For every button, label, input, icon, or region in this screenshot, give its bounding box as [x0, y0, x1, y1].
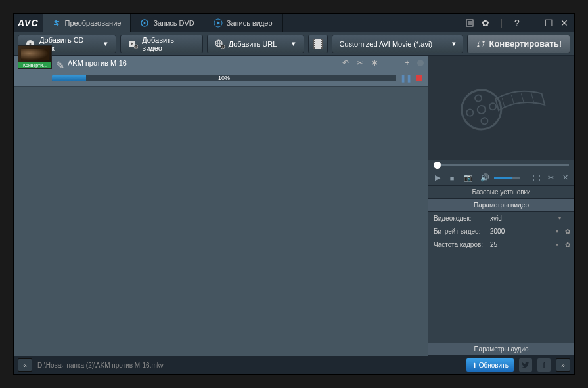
chevron-down-icon: ▾ — [452, 39, 456, 48]
undo-icon[interactable]: ↶ — [341, 58, 350, 68]
add-video-button[interactable]: + Добавить видео — [120, 35, 202, 53]
svg-rect-25 — [314, 46, 315, 47]
tab-record[interactable]: Запись видео — [204, 14, 283, 32]
help-icon[interactable]: ? — [511, 17, 523, 29]
preview-controls: ▶ ■ 📷 🔊 ⛶ ✂ ✕ — [428, 170, 574, 186]
progress-text: 10% — [52, 75, 396, 81]
tab-convert[interactable]: Преобразование — [43, 14, 131, 32]
collapse-left-button[interactable]: « — [18, 358, 32, 372]
param-label: Частота кадров: — [428, 241, 487, 248]
play-button[interactable]: ▶ — [432, 173, 443, 182]
file-item[interactable]: Конверти... ✎ AKM против M-16 ↶ ✂ ✱ + — [14, 56, 428, 87]
update-button[interactable]: ⬆ Обновить — [466, 358, 514, 372]
svg-text:+: + — [135, 45, 137, 49]
globe-icon: + — [214, 39, 225, 49]
tab-label: Преобразование — [65, 19, 122, 27]
basic-settings-header: Базовые установки — [428, 186, 574, 199]
add-url-button[interactable]: + Добавить URL ▾ — [207, 35, 305, 53]
svg-point-31 — [476, 105, 486, 115]
facebook-button[interactable]: f — [537, 358, 551, 372]
effects-icon[interactable]: ✱ — [370, 58, 379, 68]
circle-icon[interactable] — [417, 60, 424, 66]
stop-preview-button[interactable]: ■ — [447, 174, 457, 182]
format-label: Customized AVI Movie (*.avi) — [339, 40, 432, 48]
button-label: Обновить — [479, 362, 509, 369]
pause-button[interactable]: ❚❚ — [400, 74, 412, 83]
svg-point-8 — [30, 43, 32, 45]
play-icon — [214, 18, 223, 28]
thumb-status: Конверти... — [18, 62, 51, 68]
maximize-icon[interactable]: ☐ — [543, 17, 554, 29]
upload-icon: ⬆ — [472, 362, 477, 369]
format-icon-button[interactable] — [308, 35, 328, 53]
titlebar: AVC Преобразование Запись DVD Запись вид… — [14, 14, 574, 32]
audio-params-header[interactable]: Параметры аудио — [428, 343, 574, 356]
chevron-down-icon[interactable]: ▾ — [553, 228, 561, 234]
video-icon: + — [127, 39, 138, 49]
progress-bar: 10% — [52, 75, 396, 81]
svg-text:+: + — [221, 45, 223, 49]
convert-icon — [52, 18, 61, 28]
svg-point-32 — [474, 94, 482, 102]
divider: | — [495, 17, 507, 29]
minimize-icon[interactable]: — — [527, 17, 539, 29]
statusbar: « D:\Новая папка (2)\AKM против M-16.mkv… — [14, 356, 574, 374]
main-area: Конверти... ✎ AKM против M-16 ↶ ✂ ✱ + — [14, 56, 574, 356]
snapshot-button[interactable]: 📷 — [461, 173, 476, 182]
svg-point-35 — [489, 102, 497, 110]
title-actions: ✿ | ? — ☐ ✕ — [464, 17, 570, 29]
fullscreen-button[interactable]: ⛶ — [531, 174, 541, 182]
chevron-down-icon: ▾ — [104, 39, 109, 48]
svg-rect-23 — [314, 42, 315, 43]
param-value[interactable]: 25 — [487, 241, 553, 248]
seek-slider[interactable] — [428, 160, 574, 170]
volume-icon[interactable]: 🔊 — [480, 173, 490, 182]
param-label: Видеокодек: — [428, 215, 487, 222]
right-panel: ▶ ■ 📷 🔊 ⛶ ✂ ✕ Базовые установки Параметр… — [428, 56, 574, 356]
svg-rect-28 — [321, 44, 322, 45]
filmreel-placeholder-icon — [449, 72, 554, 144]
app-logo: AVC — [18, 18, 39, 28]
gear-icon[interactable]: ✿ — [480, 17, 491, 29]
param-value[interactable]: 2000 — [487, 228, 553, 235]
svg-point-33 — [480, 117, 488, 125]
convert-button[interactable]: Конвертировать! — [467, 35, 570, 53]
cut-preview-button[interactable]: ✂ — [545, 173, 556, 182]
svg-line-36 — [502, 98, 505, 108]
gear-icon[interactable]: ✿ — [561, 241, 574, 248]
svg-point-1 — [144, 22, 146, 24]
twitter-button[interactable] — [519, 358, 532, 372]
cut-icon[interactable]: ✂ — [355, 58, 365, 68]
param-value[interactable]: xvid — [487, 215, 556, 222]
collapse-right-button[interactable]: » — [556, 358, 570, 372]
tab-dvd[interactable]: Запись DVD — [131, 14, 204, 32]
chevron-down-icon: ▾ — [292, 39, 297, 48]
refresh-icon — [476, 39, 486, 49]
shuffle-button[interactable]: ✕ — [560, 173, 570, 182]
svg-rect-27 — [321, 42, 322, 43]
chevron-down-icon[interactable]: ▾ — [556, 215, 564, 221]
toolbar: + Добавить CD диск ▾ + Добавить видео + … — [14, 32, 574, 56]
gear-icon[interactable]: ✿ — [561, 228, 574, 235]
format-dropdown[interactable]: Customized AVI Movie (*.avi) ▾ — [332, 35, 463, 53]
chevron-down-icon[interactable]: ▾ — [553, 242, 561, 248]
param-label: Битрейт видео: — [428, 228, 487, 235]
close-icon[interactable]: ✕ — [558, 17, 570, 29]
edit-icon[interactable]: ✎ — [56, 59, 64, 67]
video-params-header[interactable]: Параметры видео — [428, 199, 574, 212]
add-icon[interactable]: + — [403, 58, 412, 68]
filmstrip-icon — [312, 38, 324, 50]
button-label: Добавить видео — [142, 36, 195, 52]
output-path: D:\Новая папка (2)\AKM против M-16.mkv — [37, 362, 461, 369]
tab-label: Запись видео — [227, 19, 273, 27]
volume-slider[interactable] — [494, 177, 520, 179]
video-thumbnail[interactable]: Конверти... — [18, 45, 52, 69]
button-label: Конвертировать! — [489, 39, 562, 49]
tab-label: Запись DVD — [153, 19, 194, 27]
menu-icon[interactable] — [464, 17, 476, 29]
svg-rect-24 — [314, 44, 315, 45]
param-codec: Видеокодек: xvid ▾ — [428, 212, 574, 225]
dvd-icon — [140, 18, 149, 28]
stop-button[interactable] — [416, 75, 422, 81]
svg-line-37 — [511, 95, 514, 104]
